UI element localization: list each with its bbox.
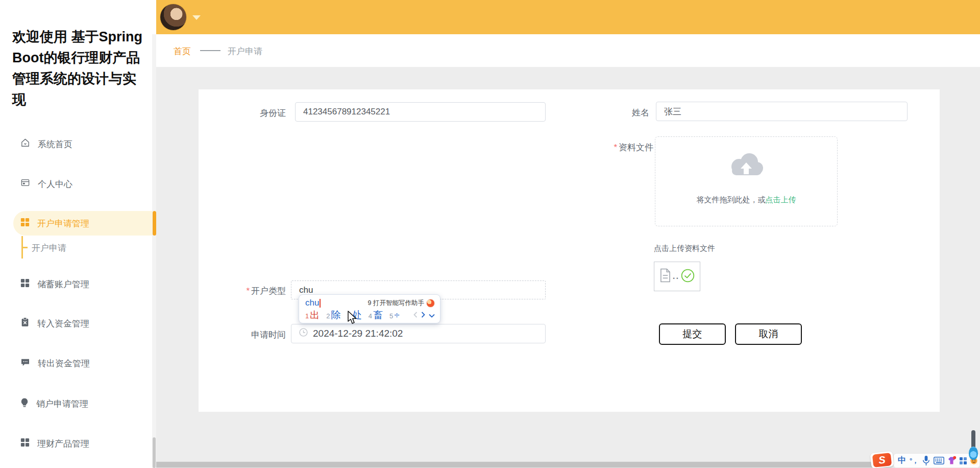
- clipboard-x-icon: [20, 317, 30, 330]
- submit-button[interactable]: 提交: [659, 323, 726, 345]
- sidebar-subitem-account-open[interactable]: 开户申请: [0, 238, 156, 258]
- account-type-label: *开户类型: [219, 285, 286, 297]
- ime-menu-grid-icon[interactable]: [958, 454, 968, 467]
- home-icon: [20, 138, 30, 150]
- sidebar-item-label: 转入资金管理: [37, 318, 89, 330]
- sidebar-item-label: 储蓄账户管理: [37, 278, 89, 290]
- uploaded-file-item[interactable]: ..: [654, 262, 700, 291]
- document-icon: [659, 268, 671, 285]
- id-card-label: 身份证: [219, 107, 286, 119]
- sidebar-app-title: 欢迎使用 基于SpringBoot的银行理财产品管理系统的设计与实现: [12, 27, 144, 110]
- file-label: *资料文件: [587, 142, 653, 153]
- upload-click-link[interactable]: 点击上传: [766, 195, 796, 204]
- id-card-input[interactable]: 412345678912345221: [295, 102, 546, 122]
- sidebar-item-label: 理财产品管理: [37, 438, 89, 450]
- upload-success-check-icon: [681, 269, 695, 285]
- required-asterisk: *: [246, 286, 250, 296]
- apply-time-input[interactable]: 2024-12-29 21:42:02: [291, 324, 546, 343]
- upload-dropzone[interactable]: [655, 136, 838, 226]
- top-header-bar: [156, 0, 980, 34]
- ime-candidate-4[interactable]: 4畜: [369, 309, 383, 322]
- upload-cloud-icon: [727, 151, 766, 181]
- scroll-thermometer-bulb: [969, 447, 978, 460]
- file-name-ellipsis: ..: [673, 271, 679, 282]
- horizontal-scrollbar-thumb[interactable]: [156, 462, 872, 467]
- breadcrumb-current: 开户申请: [228, 45, 262, 57]
- panel-icon: [20, 178, 30, 190]
- sidebar-subitem-label: 开户申请: [32, 242, 66, 254]
- virtual-keyboard-icon[interactable]: [933, 454, 945, 467]
- sidebar-item-label: 销户申请管理: [36, 398, 88, 410]
- ime-candidate-1[interactable]: 1出: [305, 309, 320, 322]
- sidebar-item-label: 开户申请管理: [37, 218, 89, 229]
- sidebar-item-label: 系统首页: [38, 138, 72, 150]
- sidebar-item-personal-center[interactable]: 个人中心: [0, 172, 156, 196]
- ime-assistant-hint[interactable]: 9 打开智能写作助手: [368, 299, 435, 308]
- ime-candidate-2[interactable]: 2除: [326, 309, 340, 322]
- ime-next-page-icon[interactable]: [421, 311, 425, 320]
- grid-icon: [20, 278, 30, 290]
- ime-punctuation-toggle[interactable]: °，: [909, 454, 920, 467]
- writing-assistant-icon: [426, 299, 435, 308]
- required-asterisk: *: [614, 143, 617, 152]
- sidebar-item-wealth-product-mgmt[interactable]: 理财产品管理: [0, 431, 156, 456]
- sidebar-item-savings-account-mgmt[interactable]: 储蓄账户管理: [0, 272, 156, 296]
- ime-candidate-window: chu 9 打开智能写作助手 1出 2除 3处 4畜 5÷: [299, 294, 440, 323]
- apply-time-label: 申请时间: [219, 329, 286, 341]
- cancel-button[interactable]: 取消: [735, 323, 802, 345]
- ime-composition-text: chu: [305, 298, 319, 308]
- app-screen: 首页 开户申请 欢迎使用 基于SpringBoot的银行理财产品管理系统的设计与…: [0, 0, 980, 468]
- name-input[interactable]: 张三: [656, 102, 908, 121]
- sidebar-item-transfer-out-mgmt[interactable]: 转出资金管理: [0, 351, 156, 376]
- sidebar-item-transfer-in-mgmt[interactable]: 转入资金管理: [0, 311, 156, 336]
- ime-candidates-row: 1出 2除 3处 4畜 5÷: [305, 309, 435, 322]
- ime-prev-page-icon[interactable]: [413, 311, 418, 320]
- sidebar-item-label: 转出资金管理: [38, 358, 90, 369]
- sogou-logo-icon[interactable]: S: [870, 451, 894, 468]
- avatar[interactable]: [160, 4, 187, 31]
- grid-icon: [20, 438, 30, 450]
- breadcrumb-separator: [200, 50, 220, 51]
- mouse-cursor: [347, 311, 359, 326]
- grid-icon: [20, 218, 30, 229]
- sidebar-item-system-home[interactable]: 系统首页: [0, 132, 156, 156]
- breadcrumb: [156, 34, 980, 67]
- lightbulb-icon: [20, 397, 29, 410]
- ime-language-toggle[interactable]: 中: [896, 454, 908, 467]
- ime-expand-icon[interactable]: [429, 311, 435, 320]
- sidebar-item-label: 个人中心: [38, 178, 72, 190]
- ime-candidate-5[interactable]: 5÷: [389, 310, 400, 321]
- upload-hint-text: 点击上传资料文件: [654, 244, 715, 253]
- sidebar-item-account-close-mgmt[interactable]: 销户申请管理: [0, 391, 156, 416]
- avatar-dropdown-caret-icon[interactable]: [192, 15, 201, 20]
- breadcrumb-home-link[interactable]: 首页: [174, 45, 191, 57]
- name-label: 姓名: [598, 107, 649, 119]
- ime-text-caret: [320, 299, 321, 308]
- ime-skin-icon[interactable]: [946, 454, 957, 467]
- sidebar-item-account-open-mgmt[interactable]: 开户申请管理: [0, 211, 156, 236]
- clock-icon: [299, 328, 308, 339]
- ime-composition-row: chu 9 打开智能写作助手: [305, 297, 435, 309]
- microphone-icon[interactable]: [921, 454, 931, 467]
- upload-instruction: 将文件拖到此处，或点击上传: [655, 195, 838, 205]
- chat-bubble-icon: [20, 358, 30, 369]
